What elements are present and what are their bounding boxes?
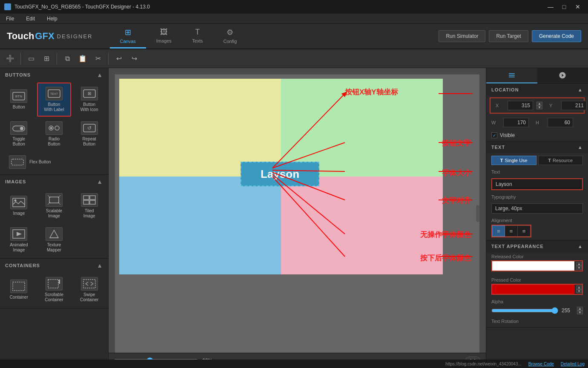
rpanel-tab-properties[interactable] <box>486 68 537 83</box>
screen-button[interactable]: ▭ <box>24 52 38 66</box>
tiled-image-label: TiledImage <box>83 208 95 219</box>
menu-edit[interactable]: Edit <box>23 15 37 23</box>
generate-code-button[interactable]: Generate Code <box>532 30 581 42</box>
resource-button[interactable]: T Resource <box>538 156 583 165</box>
flex-button-label: Flex Button <box>29 160 51 165</box>
visible-checkbox[interactable] <box>491 132 497 138</box>
tab-config[interactable]: ⚙ Config <box>213 24 247 48</box>
button-widget[interactable]: Layson <box>241 162 319 186</box>
properties-icon <box>508 71 516 79</box>
menu-help[interactable]: Help <box>44 15 60 23</box>
titlebar-controls[interactable]: — □ ✕ <box>545 3 584 11</box>
align-right-button[interactable]: ≡ <box>518 225 531 237</box>
undo-button[interactable]: ↩ <box>112 52 126 66</box>
tab-texts-label: Texts <box>192 38 203 43</box>
tab-images[interactable]: 🖼 Images <box>146 24 182 48</box>
canvas-scrollbar[interactable] <box>476 205 479 222</box>
alpha-decrement[interactable]: ▼ <box>577 311 583 314</box>
x-spinner[interactable]: ▲ ▼ <box>536 102 542 109</box>
y-input[interactable] <box>561 101 587 110</box>
grid-button[interactable]: ⊞ <box>40 52 53 66</box>
titlebar-title: TouchGFX_No_OS_RGB565 - TouchGFX Designe… <box>14 4 150 10</box>
menu-file[interactable]: File <box>3 15 17 23</box>
config-icon: ⚙ <box>227 28 233 37</box>
containers-section-header[interactable]: CONTAINERS ▲ <box>0 259 108 271</box>
single-use-button[interactable]: T Single Use <box>491 156 536 165</box>
cut-button[interactable]: ✂ <box>91 52 105 66</box>
widget-swipe-container[interactable]: SwipeContainer <box>72 273 106 306</box>
pressed-color-decrement[interactable]: ▼ <box>576 289 582 293</box>
add-widget-button[interactable]: ➕ <box>3 52 17 66</box>
images-grid: Image ScalableImage TiledImage <box>0 188 108 258</box>
titlebar: TouchGFX_No_OS_RGB565 - TouchGFX Designe… <box>0 0 588 14</box>
buttons-section-header[interactable]: BUTTONS ▲ <box>0 68 108 81</box>
alpha-slider[interactable] <box>491 307 558 314</box>
tab-texts[interactable]: T Texts <box>182 24 213 48</box>
x-input[interactable] <box>508 101 533 110</box>
images-collapse-icon: ▲ <box>97 178 103 185</box>
align-left-button[interactable]: ≡ <box>492 225 505 237</box>
widget-repeat-button[interactable]: ↺ RepeatButton <box>72 117 106 151</box>
released-color-increment[interactable]: ▲ <box>576 262 582 266</box>
redo-button[interactable]: ↪ <box>127 52 141 66</box>
widget-button-with-label[interactable]: TEXT ButtonWith Label <box>37 83 72 117</box>
pressed-color-spinner[interactable]: ▲ ▼ <box>576 285 582 293</box>
minimize-button[interactable]: — <box>545 3 556 11</box>
run-target-button[interactable]: Run Target <box>489 30 528 42</box>
containers-section-label: CONTAINERS <box>5 263 40 268</box>
tab-canvas[interactable]: ⊞ Canvas <box>110 24 146 48</box>
images-section: IMAGES ▲ Image ScalableImage <box>0 175 108 259</box>
h-input[interactable] <box>548 118 573 127</box>
widget-button-with-icon[interactable]: ⊠ ButtonWith Icon <box>72 83 106 117</box>
menubar: File Edit Help <box>0 14 588 24</box>
alpha-spinner[interactable]: ▲ ▼ <box>577 307 583 314</box>
paste-button[interactable]: 📋 <box>76 52 89 66</box>
typography-input[interactable] <box>491 203 583 214</box>
x-increment[interactable]: ▲ <box>536 102 542 106</box>
widget-button[interactable]: BTN Button <box>2 83 36 117</box>
widget-toggle-button[interactable]: ToggleButton <box>2 117 36 151</box>
widget-scalable-image[interactable]: ScalableImage <box>37 189 72 223</box>
maximize-button[interactable]: □ <box>558 3 570 11</box>
rpanel-tab-interactions[interactable] <box>537 68 588 83</box>
widget-image[interactable]: Image <box>2 189 36 223</box>
text-section: TEXT ▲ T Single Use T Resource Text <box>486 141 588 240</box>
released-color-swatch[interactable] <box>492 261 574 271</box>
widget-container[interactable]: Container <box>2 273 36 306</box>
released-color-decrement[interactable]: ▼ <box>576 266 582 270</box>
released-color-label-row: Released Color <box>491 254 583 259</box>
widget-tiled-image[interactable]: TiledImage <box>72 189 106 223</box>
swipe-container-label: SwipeContainer <box>80 292 98 302</box>
pressed-color-swatch[interactable] <box>492 285 574 294</box>
text-input-field[interactable] <box>492 179 582 189</box>
xy-input-group: X ▲ ▼ Y ▲ ▼ <box>490 97 585 114</box>
canvas-area: Layson 按钮X轴Y轴坐标 按钮文字 字体大小 文字对齐 无操作字体颜色 按… <box>109 68 486 368</box>
run-simulator-button[interactable]: Run Simulator <box>439 30 485 42</box>
widget-scrollable-container[interactable]: ScrollableContainer <box>37 273 72 306</box>
containers-section: CONTAINERS ▲ Container ScrollableContain… <box>0 259 108 308</box>
tab-canvas-label: Canvas <box>120 39 136 44</box>
pressed-color-increment[interactable]: ▲ <box>576 285 582 289</box>
alpha-value: 255 <box>562 308 574 314</box>
w-input[interactable] <box>503 118 529 127</box>
main-area: BUTTONS ▲ BTN Button TEXT ButtonWith Lab… <box>0 68 588 368</box>
svg-line-17 <box>48 195 50 198</box>
copy-button[interactable]: ⧉ <box>60 52 74 66</box>
logo-designer: DESIGNER <box>57 33 93 40</box>
widget-radio-button[interactable]: RadioButton <box>37 117 72 151</box>
close-button[interactable]: ✕ <box>572 3 584 11</box>
text-appearance-collapse-icon: ▲ <box>578 244 583 249</box>
canvas-container[interactable]: Layson 按钮X轴Y轴坐标 按钮文字 字体大小 文字对齐 无操作字体颜色 按… <box>115 74 479 353</box>
widget-animated-image[interactable]: AnimatedImage <box>2 223 36 257</box>
x-decrement[interactable]: ▼ <box>536 106 542 109</box>
widget-flex-button[interactable]: Flex Button <box>2 151 106 173</box>
animated-image-icon <box>10 227 27 241</box>
images-section-header[interactable]: IMAGES ▲ <box>0 175 108 188</box>
browse-code-link[interactable]: Browse Code <box>528 362 554 366</box>
released-color-spinner[interactable]: ▲ ▼ <box>576 262 582 270</box>
detailed-log-link[interactable]: Detailed Log <box>561 362 585 366</box>
alpha-increment[interactable]: ▲ <box>577 307 583 311</box>
buttons-section: BUTTONS ▲ BTN Button TEXT ButtonWith Lab… <box>0 68 108 175</box>
align-center-button[interactable]: ≡ <box>505 225 518 237</box>
widget-texture-mapper[interactable]: TextureMapper <box>37 223 72 257</box>
